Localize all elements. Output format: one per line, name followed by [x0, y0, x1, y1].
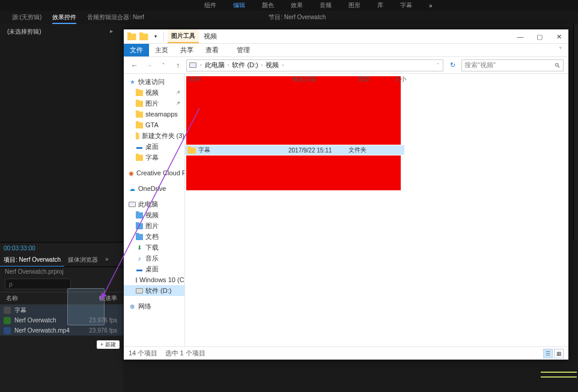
- ribbon-expand-icon[interactable]: ˅: [553, 44, 568, 56]
- nav-item[interactable]: 视频📌︎: [124, 87, 184, 98]
- ws-item[interactable]: 图形: [348, 1, 360, 10]
- back-button[interactable]: ←: [129, 59, 141, 71]
- up-button[interactable]: ↑: [172, 59, 184, 71]
- onedrive[interactable]: ☁OneDrive: [124, 183, 184, 194]
- pc-icon: [129, 202, 136, 207]
- project-panel: 00:03:33:00 项目: Nerf Overwatch 媒体浏览器 » N…: [0, 242, 123, 392]
- timeline-hint: [541, 372, 577, 384]
- maximize-button[interactable]: ▢: [530, 29, 549, 44]
- ws-item[interactable]: 效果: [291, 1, 303, 10]
- ribbon-home[interactable]: 主页: [149, 44, 174, 56]
- ws-item[interactable]: 字幕: [400, 1, 412, 10]
- this-pc[interactable]: 此电脑: [124, 199, 184, 210]
- nav-label: Creative Cloud Files: [136, 169, 185, 176]
- nav-item[interactable]: 图片: [124, 220, 184, 231]
- details-view-button[interactable]: ☰: [543, 349, 553, 358]
- timecode[interactable]: 00:03:33:00: [0, 243, 123, 254]
- ws-item[interactable]: 库: [377, 1, 383, 10]
- tab-program[interactable]: 节目: Nerf Overwatch: [269, 13, 326, 22]
- ribbon-file[interactable]: 文件: [124, 44, 149, 56]
- search-input[interactable]: 搜索"视频" 🔍︎: [461, 59, 564, 71]
- file-type: 文件夹: [348, 146, 404, 154]
- new-item-button[interactable]: + 新建: [97, 340, 120, 349]
- recent-dropdown[interactable]: ˅: [157, 59, 169, 71]
- minimize-button[interactable]: —: [511, 29, 530, 44]
- ribbon-share[interactable]: 共享: [174, 44, 199, 56]
- cc-icon: ◉: [129, 169, 134, 176]
- folder-icon[interactable]: [138, 31, 149, 42]
- nav-item[interactable]: 图片📌︎: [124, 98, 184, 109]
- refresh-button[interactable]: ↻: [446, 61, 459, 69]
- nav-item[interactable]: 新建文件夹 (3): [124, 130, 184, 141]
- selected-file-row[interactable]: 字幕 2017/9/22 15:11 文件夹: [185, 145, 404, 155]
- file-list[interactable]: 名称 修改日期 类型 大小 字幕 2017/9/22 15:11 文件夹: [185, 74, 568, 346]
- nav-label: 快速访问: [138, 77, 165, 86]
- qat-dropdown[interactable]: ▾: [150, 31, 161, 42]
- nav-item[interactable]: steamapps: [124, 109, 184, 119]
- window-title: 视频: [199, 29, 511, 43]
- cloud-icon: ☁: [129, 185, 136, 192]
- nav-label: 下载: [145, 243, 159, 252]
- ribbon-manage[interactable]: 管理: [231, 44, 256, 56]
- ws-item[interactable]: 音频: [320, 1, 332, 10]
- ribbon: 文件 主页 共享 查看 管理 ˅: [124, 44, 568, 57]
- nav-item[interactable]: 文档: [124, 231, 184, 242]
- nav-label: Windows 10 (C:): [139, 276, 185, 283]
- nav-label: 音乐: [145, 254, 159, 263]
- address-dropdown[interactable]: ˅: [436, 62, 440, 68]
- col-type[interactable]: 类型: [354, 75, 391, 83]
- quick-access[interactable]: ★快速访问: [124, 76, 184, 87]
- folder-icon: [136, 154, 143, 161]
- row-label: Nerf Overwatch.mp4: [14, 327, 89, 334]
- project-search-input[interactable]: [5, 279, 71, 289]
- panel-arrow-icon[interactable]: ▸: [110, 28, 113, 36]
- nav-item[interactable]: 视频: [124, 210, 184, 220]
- creative-cloud[interactable]: ◉Creative Cloud Files: [124, 167, 184, 178]
- icons-view-button[interactable]: ▦: [554, 349, 564, 358]
- crumb[interactable]: 此电脑: [203, 61, 227, 70]
- desktop-icon: ▬: [136, 143, 143, 150]
- ws-item[interactable]: 编辑: [233, 1, 245, 10]
- nav-item[interactable]: Windows 10 (C:): [124, 274, 184, 285]
- breadcrumb[interactable]: › 此电脑 › 软件 (D:) › 视频 › ˅: [186, 59, 443, 71]
- crumb[interactable]: 软件 (D:): [230, 61, 260, 70]
- nav-item-selected[interactable]: 软件 (D:): [124, 285, 184, 296]
- nav-item[interactable]: ♪音乐: [124, 253, 184, 264]
- project-rows: 字幕 Nerf Overwatch 23.976 fps Nerf Overwa…: [0, 305, 123, 336]
- col-name[interactable]: 名称: [6, 294, 18, 303]
- tab-effect-controls[interactable]: 效果控件: [52, 13, 76, 22]
- ws-more[interactable]: »: [429, 2, 433, 9]
- ribbon-view[interactable]: 查看: [199, 44, 225, 56]
- nav-item[interactable]: GTA: [124, 119, 184, 130]
- forward-button[interactable]: →: [143, 59, 155, 71]
- tab-media-browser[interactable]: 媒体浏览器: [64, 254, 102, 267]
- col-size[interactable]: 大小: [391, 75, 406, 83]
- crumb[interactable]: 视频: [264, 61, 281, 70]
- window-controls: — ▢ ✕: [511, 29, 568, 43]
- nav-item[interactable]: ▬桌面: [124, 264, 184, 274]
- tab-source[interactable]: 源:(无剪辑): [12, 13, 41, 22]
- nav-pane[interactable]: ★快速访问 视频📌︎ 图片📌︎ steamapps GTA 新建文件夹 (3) …: [124, 74, 185, 346]
- clip-row[interactable]: Nerf Overwatch.mp4 23.976 fps: [0, 325, 123, 336]
- item-count: 14 个项目: [129, 349, 157, 357]
- folder-icon: [136, 100, 143, 107]
- nav-label: 软件 (D:): [145, 286, 171, 295]
- sequence-row[interactable]: Nerf Overwatch 23.976 fps: [0, 315, 123, 325]
- nav-item[interactable]: ⬇下载: [124, 242, 184, 253]
- contextual-tab[interactable]: 图片工具: [168, 29, 199, 43]
- nav-item[interactable]: ▬桌面: [124, 141, 184, 152]
- pictures-icon: [136, 222, 143, 229]
- column-headers: 名称 修改日期 类型 大小: [185, 74, 568, 85]
- col-name[interactable]: 名称: [185, 75, 288, 83]
- close-button[interactable]: ✕: [549, 29, 568, 44]
- ws-item[interactable]: 组件: [204, 1, 216, 10]
- nav-item[interactable]: 字幕: [124, 152, 184, 163]
- col-date[interactable]: 修改日期: [288, 75, 354, 83]
- nav-label: 网络: [138, 302, 151, 311]
- network[interactable]: ⊕网络: [124, 301, 184, 312]
- tab-more[interactable]: »: [102, 254, 112, 267]
- tab-audio-mixer[interactable]: 音频剪辑混合器: Nerf: [87, 13, 144, 22]
- ws-item[interactable]: 颜色: [262, 1, 274, 10]
- tab-project[interactable]: 项目: Nerf Overwatch: [0, 254, 64, 267]
- bin-row[interactable]: 字幕: [0, 305, 123, 315]
